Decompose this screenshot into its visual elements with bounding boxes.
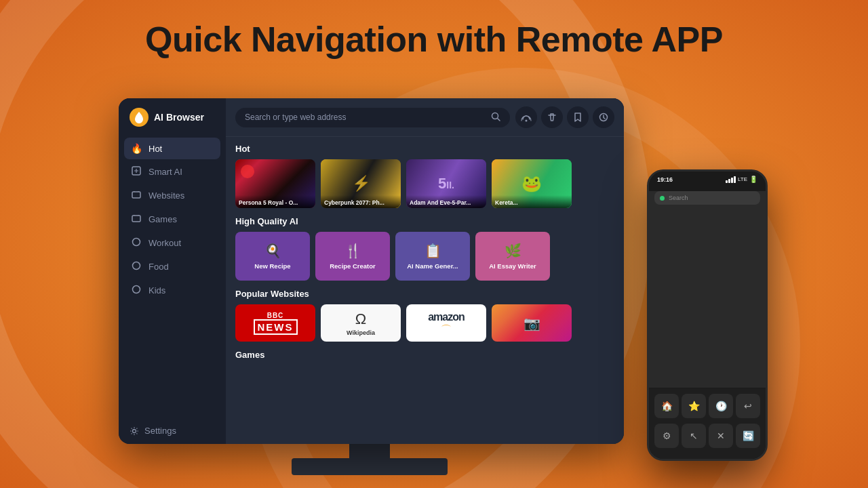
brand-icon xyxy=(130,108,149,127)
hot-card-persona[interactable]: Persona 5 Royal - O... xyxy=(235,159,315,208)
hot-card-adam[interactable]: 5II. Adam And Eve-5-Par... xyxy=(406,159,486,208)
ai-essay-icon: 🌿 xyxy=(505,243,521,259)
brand-name: AI Browser xyxy=(154,112,204,123)
sidebar-item-websites-label: Websites xyxy=(149,190,184,201)
sidebar-item-hot-label: Hot xyxy=(149,144,162,154)
sidebar-item-workout[interactable]: Workout xyxy=(124,232,220,254)
phone-time: 19:16 xyxy=(657,176,673,183)
games-section-title: Games xyxy=(235,350,614,360)
website-card-amazon[interactable]: amazon ⌒ xyxy=(406,304,486,342)
sidebar-item-games-label: Games xyxy=(149,214,177,224)
toolbar-broadcast-btn[interactable] xyxy=(515,106,537,128)
phone-search-text: Search xyxy=(669,195,688,201)
hot-card-adam-label: Adam And Eve-5-Par... xyxy=(410,199,483,206)
phone-nav-row-2: ⚙ ↖ ✕ 🔄 xyxy=(653,424,762,448)
hot-section-title: Hot xyxy=(235,144,614,154)
sidebar-item-games[interactable]: Games xyxy=(124,208,220,230)
phone-frame: 19:16 LTE 🔋 Search 🏠 ⭐ 🕐 ↩ ⚙ ↖ xyxy=(647,169,768,461)
phone-cursor-btn[interactable]: ↖ xyxy=(682,424,706,448)
websites-icon xyxy=(131,190,142,201)
phone-status-bar: 19:16 LTE 🔋 xyxy=(649,171,766,186)
phone-refresh-btn[interactable]: 🔄 xyxy=(736,424,760,448)
phone-signals: LTE 🔋 xyxy=(726,176,757,183)
toolbar-history-btn[interactable] xyxy=(593,106,614,128)
toolbar-delete-btn[interactable] xyxy=(541,106,563,128)
phone-close-btn[interactable]: ✕ xyxy=(709,424,733,448)
settings-label: Settings xyxy=(144,426,176,436)
smart-ai-icon xyxy=(131,166,142,178)
phone-screen: Search xyxy=(649,191,766,388)
website-cards: BBC NEWS Ω Wikipedia xyxy=(235,304,614,342)
connection-indicator xyxy=(660,196,665,201)
website-card-wikipedia[interactable]: Ω Wikipedia xyxy=(321,304,401,342)
websites-section: Popular Websites BBC NEWS Ω xyxy=(235,289,614,342)
sidebar-item-kids[interactable]: Kids xyxy=(124,279,220,302)
ai-section: High Quality AI 🍳 New Recipe 🍴 Recipe Cr… xyxy=(235,216,614,281)
games-section: Games xyxy=(235,350,614,360)
ai-cards: 🍳 New Recipe 🍴 Recipe Creator 📋 AI Name … xyxy=(235,232,614,281)
tv-stand-base xyxy=(292,458,448,475)
sidebar-item-kids-label: Kids xyxy=(149,285,165,296)
tv-inner: AI Browser 🔥 Hot Smart AI Web xyxy=(119,98,624,444)
ai-name-icon: 📋 xyxy=(425,243,441,259)
sidebar-item-hot[interactable]: 🔥 Hot xyxy=(124,138,220,159)
wikipedia-label: Wikipedia xyxy=(347,329,375,336)
svg-rect-3 xyxy=(132,216,140,222)
hot-section: Hot Persona 5 Royal - O... xyxy=(235,144,614,208)
sidebar-item-websites[interactable]: Websites xyxy=(124,184,220,207)
search-icon xyxy=(491,112,500,123)
ai-card-ai-name[interactable]: 📋 AI Name Gener... xyxy=(395,232,470,281)
svg-point-6 xyxy=(133,286,140,293)
new-recipe-label: New Recipe xyxy=(254,262,290,270)
ai-card-recipe-creator[interactable]: 🍴 Recipe Creator xyxy=(315,232,390,281)
svg-point-4 xyxy=(133,239,140,246)
search-placeholder: Search or type web address xyxy=(245,113,486,122)
new-recipe-icon: 🍳 xyxy=(264,243,281,259)
svg-point-5 xyxy=(133,262,140,270)
website-card-bbc[interactable]: BBC NEWS xyxy=(235,304,315,342)
sidebar-item-food[interactable]: Food xyxy=(124,256,220,278)
tv-frame: AI Browser 🔥 Hot Smart AI Web xyxy=(119,98,624,444)
sidebar-nav: 🔥 Hot Smart AI Websites xyxy=(119,138,226,418)
phone-back-btn[interactable]: ↩ xyxy=(736,394,760,418)
hot-icon: 🔥 xyxy=(131,143,142,154)
phone-bottom-bar: 🏠 ⭐ 🕐 ↩ ⚙ ↖ ✕ 🔄 xyxy=(649,388,766,459)
settings-icon xyxy=(130,426,139,436)
phone-nav-row-1: 🏠 ⭐ 🕐 ↩ xyxy=(653,394,762,418)
settings-item[interactable]: Settings xyxy=(119,418,226,444)
ai-card-ai-essay[interactable]: 🌿 AI Essay Writer xyxy=(475,232,550,281)
website-card-instagram[interactable]: 📷 xyxy=(492,304,572,342)
kids-icon xyxy=(131,285,142,296)
workout-icon xyxy=(131,237,142,249)
phone-search-bar[interactable]: Search xyxy=(654,191,760,205)
hot-cards: Persona 5 Royal - O... ⚡ xyxy=(235,159,614,208)
toolbar-icons xyxy=(515,106,614,128)
phone-star-btn[interactable]: ⭐ xyxy=(682,394,706,418)
page-title: Quick Navigation with Remote APP xyxy=(0,19,868,60)
toolbar-bookmark-btn[interactable] xyxy=(567,106,589,128)
ai-essay-label: AI Essay Writer xyxy=(489,262,536,270)
sidebar-item-workout-label: Workout xyxy=(149,238,181,248)
sidebar-item-food-label: Food xyxy=(149,262,169,272)
hot-card-kereta[interactable]: 🐸 Kereta... xyxy=(492,159,572,208)
food-icon xyxy=(131,261,142,272)
search-input-wrapper[interactable]: Search or type web address xyxy=(235,108,510,127)
svg-point-9 xyxy=(526,120,528,122)
search-bar: Search or type web address xyxy=(226,98,624,137)
hot-card-cyberpunk-label: Cyberpunk 2077: Ph... xyxy=(324,199,397,206)
websites-section-title: Popular Websites xyxy=(235,289,614,299)
sidebar-item-smart-ai[interactable]: Smart AI xyxy=(124,161,220,183)
sidebar-item-smart-ai-label: Smart AI xyxy=(149,167,182,177)
phone-history-btn[interactable]: 🕐 xyxy=(709,394,733,418)
phone-home-btn[interactable]: 🏠 xyxy=(654,394,679,418)
svg-rect-2 xyxy=(132,192,140,198)
hot-card-persona-label: Persona 5 Royal - O... xyxy=(239,199,312,206)
phone-settings-btn[interactable]: ⚙ xyxy=(654,424,679,448)
tv-stand xyxy=(292,441,448,475)
ai-name-label: AI Name Gener... xyxy=(407,262,458,270)
brand-logo: AI Browser xyxy=(119,108,226,138)
hot-card-cyberpunk[interactable]: ⚡ Cyberpunk 2077: Ph... xyxy=(321,159,401,208)
ai-card-new-recipe[interactable]: 🍳 New Recipe xyxy=(235,232,310,281)
svg-point-7 xyxy=(133,429,136,432)
games-icon xyxy=(131,214,142,225)
